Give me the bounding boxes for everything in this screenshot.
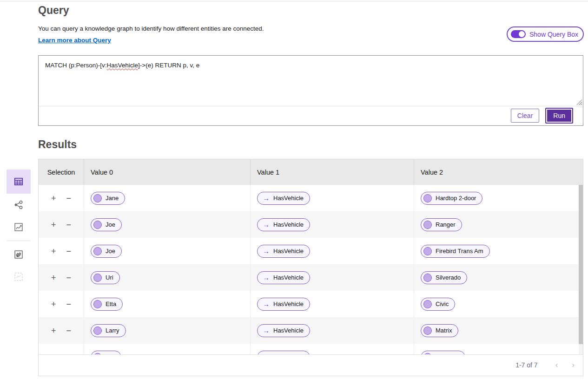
edge-label: HasVehicle (273, 327, 304, 334)
value2-cell: Silverado (414, 264, 583, 291)
value2-cell: Mustang (414, 344, 583, 354)
results-view-switcher (7, 170, 31, 288)
node-pill[interactable]: Jim (91, 351, 121, 355)
edge-label: HasVehicle (273, 274, 304, 281)
value0-cell: Joe (84, 238, 250, 264)
edge-pill[interactable]: → HasVehicle (257, 218, 310, 231)
table-scrollbar[interactable] (579, 185, 583, 354)
expand-row-button[interactable]: + (51, 247, 56, 255)
node-label: Firebird Trans Am (436, 248, 483, 254)
query-text-before: MATCH (p:Person)-[v: (45, 62, 107, 69)
edge-pill[interactable]: → HasVehicle (257, 324, 310, 337)
graph-view-icon (13, 200, 24, 210)
value1-cell: → HasVehicle (250, 238, 414, 264)
value1-cell: → HasVehicle (250, 264, 414, 291)
collapse-row-button[interactable]: − (66, 194, 72, 202)
expand-row-button[interactable]: + (51, 300, 56, 308)
scrollbar-thumb[interactable] (579, 185, 583, 344)
sidebar-item-map-view[interactable] (7, 243, 31, 266)
value1-cell: → HasVehicle (250, 211, 414, 238)
table-row: + − Larry → HasVehicle Matrix (39, 317, 583, 344)
expand-row-button[interactable]: + (51, 353, 56, 355)
edge-pill[interactable]: → HasVehicle (257, 192, 310, 205)
chart-view-icon (13, 222, 24, 232)
collapse-row-button[interactable]: − (66, 326, 72, 335)
chevron-left-icon[interactable]: ‹ (555, 360, 558, 370)
node-pill[interactable]: Firebird Trans Am (421, 245, 490, 258)
edge-label: HasVehicle (273, 300, 304, 307)
table-row: + − Uri → HasVehicle Silverado (39, 264, 583, 291)
edge-pill[interactable]: → HasVehicle (257, 271, 310, 284)
toggle-knob (519, 31, 525, 37)
node-circle-icon (423, 194, 432, 202)
node-pill[interactable]: Joe (91, 245, 122, 258)
node-pill[interactable]: Jane (91, 192, 125, 205)
node-label: Silverado (436, 274, 461, 281)
node-pill[interactable]: Etta (91, 298, 123, 311)
arrow-right-icon: → (263, 274, 270, 281)
expand-row-button[interactable]: + (51, 274, 56, 282)
node-label: Civic (436, 300, 449, 307)
query-actions-bar: Clear Run (39, 106, 583, 125)
learn-more-link[interactable]: Learn more about Query (38, 37, 111, 44)
node-pill[interactable]: Ranger (421, 218, 462, 231)
query-editor-panel: MATCH (p:Person)-[v:HasVehicle]->(e) RET… (38, 55, 583, 126)
collapse-row-button[interactable]: − (66, 247, 72, 255)
edge-pill[interactable]: → HasVehicle (257, 298, 310, 311)
node-pill[interactable]: Silverado (421, 271, 467, 284)
collapse-row-button[interactable]: − (66, 274, 72, 282)
table-pagination-bar: 1-7 of 7 ‹ › (39, 354, 583, 375)
toggle-switch-icon[interactable] (511, 30, 526, 38)
query-textarea[interactable]: MATCH (p:Person)-[v:HasVehicle]->(e) RET… (39, 56, 583, 106)
sidebar-item-graph-view[interactable] (7, 194, 31, 216)
collapse-row-button[interactable]: − (66, 221, 72, 229)
arrow-right-icon: → (263, 248, 270, 254)
sidebar-item-table-view[interactable] (7, 170, 31, 194)
sidebar-item-chart-view[interactable] (7, 216, 31, 238)
expand-row-button[interactable]: + (51, 326, 56, 335)
node-circle-icon (423, 221, 432, 229)
node-pill[interactable]: Mustang (421, 351, 465, 355)
node-label: Etta (106, 300, 116, 307)
sidebar-divider (7, 241, 31, 241)
node-pill[interactable]: Matrix (421, 324, 458, 337)
node-circle-icon (93, 353, 102, 355)
expand-row-button[interactable]: + (51, 221, 56, 229)
edge-pill[interactable]: → HasVehicle (257, 245, 310, 258)
node-pill[interactable]: Larry (91, 324, 126, 337)
edge-label: HasVehicle (273, 195, 304, 202)
column-header-selection: Selection (39, 159, 84, 185)
collapse-row-button[interactable]: − (66, 300, 72, 308)
resize-handle[interactable] (576, 99, 582, 105)
node-pill[interactable]: Uri (91, 271, 120, 284)
edge-pill[interactable]: → HasVehicle (257, 351, 310, 355)
table-row: + − Joe → HasVehicle Firebird Trans Am (39, 238, 583, 264)
value1-cell: → HasVehicle (250, 185, 414, 211)
toggle-label: Show Query Box (529, 31, 578, 38)
chevron-right-icon[interactable]: › (572, 360, 575, 370)
node-pill[interactable]: Hardtop 2-door (421, 192, 482, 205)
expand-row-button[interactable]: + (51, 194, 56, 202)
node-label: Matrix (436, 327, 452, 334)
node-circle-icon (423, 300, 432, 308)
node-pill[interactable]: Joe (91, 218, 122, 231)
clear-button[interactable]: Clear (511, 109, 539, 123)
show-query-box-toggle[interactable]: Show Query Box (507, 26, 584, 42)
value1-cell: → HasVehicle (250, 317, 414, 344)
results-table: Selection Value 0 Value 1 Value 2 + − Ja… (38, 159, 583, 376)
collapse-row-button[interactable]: − (66, 353, 72, 355)
node-label: Joe (106, 221, 115, 228)
map-view-icon (13, 249, 24, 260)
arrow-right-icon: → (263, 327, 270, 334)
sidebar-item-extra-view-disabled[interactable] (7, 266, 31, 288)
node-pill[interactable]: Civic (421, 298, 455, 311)
arrow-right-icon: → (263, 195, 270, 202)
node-label: Joe (106, 248, 115, 254)
run-button[interactable]: Run (545, 108, 573, 124)
node-label: Jane (106, 195, 119, 202)
value1-cell: → HasVehicle (250, 344, 414, 354)
selection-cell: + − (39, 264, 84, 291)
table-view-icon (13, 176, 24, 187)
value0-cell: Larry (84, 317, 250, 344)
node-label: Jim (106, 353, 115, 354)
